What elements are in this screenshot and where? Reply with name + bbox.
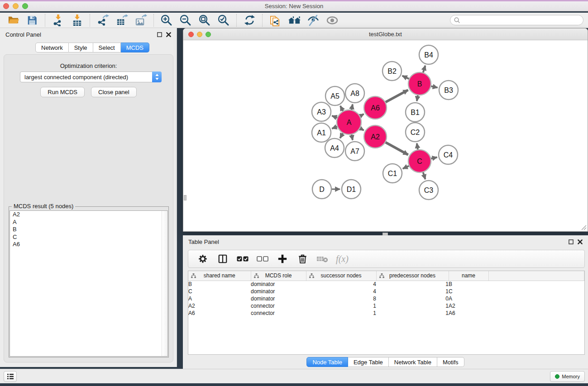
table-cell[interactable]: 1: [376, 310, 449, 317]
mcds-result-list[interactable]: A2ABCA6: [10, 210, 168, 357]
window-resize-grip[interactable]: [580, 224, 587, 230]
export-image-icon[interactable]: [134, 14, 148, 27]
zoom-fit-icon[interactable]: [198, 14, 211, 27]
import-table-icon[interactable]: [70, 14, 84, 27]
hide-details-icon[interactable]: [306, 14, 320, 27]
table-row[interactable]: Bdominator41B: [188, 281, 584, 288]
table-row[interactable]: A6connector11A6: [188, 310, 584, 317]
graph-node-C1[interactable]: C1: [383, 164, 402, 183]
column-header-predecessor-nodes[interactable]: predecessor nodes: [376, 271, 449, 281]
canvas-vertical-scrollbar[interactable]: [184, 195, 186, 200]
table-tab-network-table[interactable]: Network Table: [389, 357, 437, 367]
table-cell[interactable]: C: [449, 288, 488, 295]
float-panel-icon[interactable]: [157, 32, 162, 37]
result-list-scrollbar[interactable]: [162, 211, 167, 356]
table-cell[interactable]: 0: [376, 295, 449, 302]
column-header-shared-name[interactable]: shared name: [188, 271, 251, 281]
graph-node-B1[interactable]: B1: [406, 103, 425, 122]
tab-mcds[interactable]: MCDS: [121, 43, 149, 52]
graph-node-B3[interactable]: B3: [439, 81, 458, 100]
import-network-icon[interactable]: [51, 14, 65, 27]
table-cell[interactable]: connector: [251, 302, 306, 310]
task-history-button[interactable]: [4, 371, 17, 382]
tab-network[interactable]: Network: [35, 43, 69, 52]
network-canvas[interactable]: AA6A2BCA1A3A4A5A7A8B1B2B3B4C1C2C3C4DD1: [184, 40, 587, 231]
table-cell[interactable]: 1: [376, 281, 449, 288]
table-cell[interactable]: C: [188, 288, 251, 295]
table-tab-node-table[interactable]: Node Table: [306, 357, 348, 367]
home-icon[interactable]: [287, 14, 301, 27]
table-cell[interactable]: A: [449, 295, 488, 302]
graph-node-A1[interactable]: A1: [312, 123, 331, 142]
delete-column-icon[interactable]: [296, 252, 309, 266]
table-tab-motifs[interactable]: Motifs: [437, 357, 464, 367]
column-header-successor-nodes[interactable]: successor nodes: [306, 271, 376, 281]
graph-node-B4[interactable]: B4: [419, 45, 438, 64]
tab-style[interactable]: Style: [69, 43, 93, 52]
table-cell[interactable]: 8: [306, 295, 376, 302]
table-settings-gear-icon[interactable]: [196, 252, 210, 266]
table-row[interactable]: A2connector11A2: [188, 302, 584, 310]
mcds-result-item[interactable]: C: [10, 234, 167, 241]
graph-node-B[interactable]: B: [408, 72, 431, 95]
graph-node-A5[interactable]: A5: [325, 86, 344, 105]
table-cell[interactable]: A2: [449, 302, 488, 310]
table-cell[interactable]: 4: [306, 288, 376, 295]
zoom-selected-icon[interactable]: [217, 14, 230, 27]
graph-node-A3[interactable]: A3: [312, 102, 331, 121]
table-cell[interactable]: 4: [306, 281, 376, 288]
table-cell[interactable]: A6: [188, 310, 251, 317]
table-cell[interactable]: dominator: [251, 281, 306, 288]
graph-node-D[interactable]: D: [312, 180, 331, 199]
first-neighbors-icon[interactable]: [268, 14, 282, 27]
table-cell[interactable]: A: [188, 295, 251, 302]
table-tab-edge-table[interactable]: Edge Table: [348, 357, 389, 367]
table-cell[interactable]: connector: [251, 310, 306, 317]
network-window-titlebar[interactable]: testGlobe.txt: [183, 29, 588, 40]
tab-select[interactable]: Select: [93, 43, 121, 52]
table-cell[interactable]: dominator: [251, 295, 306, 302]
graph-node-A2[interactable]: A2: [364, 125, 387, 148]
memory-button[interactable]: Memory: [550, 371, 585, 382]
graph-node-C2[interactable]: C2: [406, 123, 425, 142]
select-all-icon[interactable]: [236, 252, 249, 266]
graph-node-A6[interactable]: A6: [364, 96, 387, 119]
minimize-window-button[interactable]: [13, 3, 19, 9]
add-column-icon[interactable]: [276, 252, 289, 266]
table-cell[interactable]: B: [188, 281, 251, 288]
table-cell[interactable]: 1: [376, 302, 449, 310]
run-mcds-button[interactable]: Run MCDS: [40, 87, 85, 97]
table-cell[interactable]: dominator: [251, 288, 306, 295]
graph-node-A[interactable]: A: [337, 110, 361, 134]
export-table-icon[interactable]: [115, 14, 129, 27]
network-minimize-button[interactable]: [197, 32, 202, 37]
delete-table-icon[interactable]: [316, 252, 329, 266]
table-row[interactable]: Adominator80A: [188, 295, 584, 302]
table-cell[interactable]: 1: [376, 288, 449, 295]
open-session-icon[interactable]: [6, 14, 20, 27]
refresh-icon[interactable]: [243, 14, 256, 27]
mcds-result-item[interactable]: A: [10, 219, 167, 226]
float-table-panel-icon[interactable]: [569, 239, 574, 244]
zoom-in-icon[interactable]: [160, 14, 173, 27]
mcds-result-item[interactable]: B: [10, 226, 167, 234]
close-panel-button[interactable]: Close panel: [91, 87, 137, 97]
network-zoom-button[interactable]: [206, 32, 211, 37]
graph-node-C[interactable]: C: [408, 150, 431, 172]
mcds-result-item[interactable]: A6: [10, 241, 167, 248]
table-cell[interactable]: 1: [306, 302, 376, 310]
table-cell[interactable]: 1: [306, 310, 376, 317]
close-window-button[interactable]: [3, 3, 9, 9]
table-cell[interactable]: A2: [188, 302, 251, 310]
graph-node-C4[interactable]: C4: [439, 145, 458, 164]
birds-eye-icon[interactable]: [325, 14, 339, 27]
mcds-result-item[interactable]: A2: [10, 211, 167, 219]
table-cell[interactable]: A6: [449, 310, 488, 317]
graph-node-A4[interactable]: A4: [325, 138, 344, 157]
network-close-button[interactable]: [188, 32, 194, 37]
deselect-all-icon[interactable]: [256, 252, 269, 266]
export-network-icon[interactable]: [96, 14, 110, 27]
graph-node-A8[interactable]: A8: [345, 84, 364, 103]
column-header-mcds-role[interactable]: MCDS role: [251, 271, 306, 281]
column-header-name[interactable]: name: [449, 271, 488, 281]
